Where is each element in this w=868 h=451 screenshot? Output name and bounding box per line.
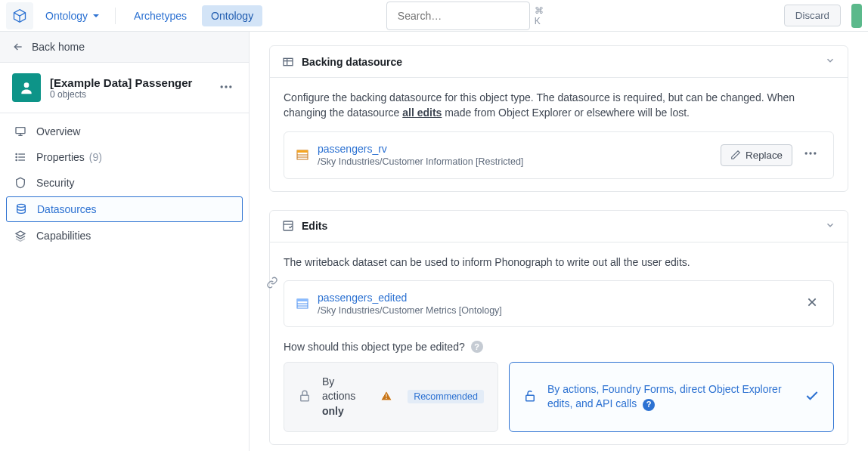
svg-rect-20 <box>297 150 308 153</box>
edit-option-b-text: By actions, Foundry Forms, direct Object… <box>547 382 794 412</box>
search-input[interactable] <box>398 10 530 22</box>
ontology-dropdown-label: Ontology <box>45 10 88 22</box>
app-logo[interactable] <box>6 2 33 29</box>
database-icon <box>14 203 28 215</box>
section-anchor-link[interactable] <box>262 272 283 293</box>
check-icon <box>804 388 820 406</box>
svg-point-4 <box>225 85 227 88</box>
svg-point-25 <box>814 152 816 154</box>
svg-point-3 <box>221 85 223 88</box>
nav-datasources-label: Datasources <box>37 203 97 215</box>
entity-icon <box>12 73 41 102</box>
edits-datasource-card: passengers_edited /Sky Industries/Custom… <box>284 280 834 327</box>
nav-capabilities-label: Capabilities <box>36 230 91 242</box>
link-icon <box>266 276 278 289</box>
backing-ds-path: /Sky Industries/Customer Information [Re… <box>318 156 523 167</box>
edit-mode-question: How should this object type be edited? ? <box>284 341 834 353</box>
table-icon <box>282 56 294 68</box>
nav-properties-count: (9) <box>89 151 102 163</box>
svg-rect-34 <box>301 395 309 401</box>
entity-menu-button[interactable] <box>215 76 237 100</box>
back-home-label: Back home <box>32 41 85 53</box>
unlock-icon <box>523 389 537 405</box>
collapse-edits-button[interactable] <box>825 220 835 233</box>
nav-security[interactable]: Security <box>6 171 243 195</box>
remove-edits-ds-button[interactable] <box>803 292 821 315</box>
edit-option-open[interactable]: By actions, Foundry Forms, direct Object… <box>509 362 834 432</box>
caret-down-icon <box>92 12 100 20</box>
edits-ds-name-link[interactable]: passengers_edited <box>318 292 502 304</box>
shield-icon <box>14 177 27 189</box>
more-horizontal-icon <box>219 79 234 94</box>
entity-header: [Example Data] Passenger 0 objects <box>0 63 249 113</box>
divider <box>115 8 116 24</box>
svg-point-23 <box>805 152 808 154</box>
list-icon <box>14 151 27 163</box>
svg-point-15 <box>17 204 26 207</box>
nav-properties-label: Properties <box>36 151 85 163</box>
lock-icon <box>298 389 312 405</box>
backing-panel-title: Backing datasource <box>302 56 402 68</box>
discard-button[interactable]: Discard <box>784 5 841 26</box>
monitor-icon <box>14 125 27 137</box>
search-shortcut: ⌘ K <box>535 5 544 26</box>
edits-panel-title: Edits <box>302 220 327 232</box>
edits-ds-path: /Sky Industries/Customer Metrics [Ontolo… <box>318 305 502 316</box>
nav-properties[interactable]: Properties (9) <box>6 145 243 169</box>
svg-point-12 <box>16 153 17 154</box>
svg-rect-16 <box>284 58 293 65</box>
back-home-button[interactable]: Back home <box>0 32 249 63</box>
edits-icon <box>282 220 294 232</box>
search-box[interactable]: ⌘ K <box>386 2 530 30</box>
edit-option-actions-only[interactable]: By actions only Recommended <box>284 362 498 432</box>
tab-ontology[interactable]: Ontology <box>202 5 262 26</box>
backing-datasource-card: passengers_rv /Sky Industries/Customer I… <box>284 131 834 179</box>
chevron-down-icon <box>825 220 835 230</box>
recommended-badge: Recommended <box>408 390 484 403</box>
arrow-left-icon <box>12 41 24 53</box>
svg-point-2 <box>24 82 29 88</box>
layers-icon <box>14 230 27 242</box>
nav-overview-label: Overview <box>36 125 80 137</box>
nav-security-label: Security <box>36 177 75 189</box>
entity-subtitle: 0 objects <box>50 89 192 100</box>
backing-ds-more-button[interactable] <box>800 143 821 168</box>
svg-point-24 <box>809 152 811 154</box>
replace-button-label: Replace <box>746 150 783 161</box>
chevron-down-icon <box>825 55 835 66</box>
svg-rect-6 <box>16 128 25 134</box>
edits-description: The writeback dataset can be used to inf… <box>284 255 834 270</box>
nav-capabilities[interactable]: Capabilities <box>6 224 243 248</box>
edits-panel: Edits The writeback dataset can be used … <box>269 210 848 445</box>
edit-option-a-text: By actions only <box>322 375 370 419</box>
replace-button[interactable]: Replace <box>721 144 792 166</box>
collapse-backing-button[interactable] <box>825 55 835 68</box>
pencil-icon <box>730 150 741 160</box>
more-horizontal-icon <box>803 146 818 161</box>
ontology-dropdown[interactable]: Ontology <box>39 7 106 25</box>
warning-icon <box>380 390 392 404</box>
dataset-icon <box>296 298 308 310</box>
svg-point-14 <box>16 159 17 160</box>
svg-rect-29 <box>297 299 308 301</box>
backing-ds-name-link[interactable]: passengers_rv <box>318 143 523 155</box>
help-icon[interactable]: ? <box>643 399 655 411</box>
save-button-partial[interactable] <box>851 4 862 28</box>
nav-datasources[interactable]: Datasources <box>6 196 243 222</box>
nav-overview[interactable]: Overview <box>6 119 243 144</box>
svg-point-5 <box>229 85 231 88</box>
dataset-icon <box>296 149 308 161</box>
help-icon[interactable]: ? <box>471 341 483 353</box>
svg-rect-26 <box>284 221 293 230</box>
backing-description: Configure the backing datasource for thi… <box>284 90 834 121</box>
svg-rect-35 <box>526 395 535 401</box>
close-icon <box>806 296 818 308</box>
svg-point-13 <box>16 156 17 157</box>
backing-datasource-panel: Backing datasource Configure the backing… <box>269 45 848 192</box>
tab-archetypes[interactable]: Archetypes <box>125 5 196 26</box>
entity-title: [Example Data] Passenger <box>50 76 192 89</box>
person-icon <box>19 80 34 95</box>
